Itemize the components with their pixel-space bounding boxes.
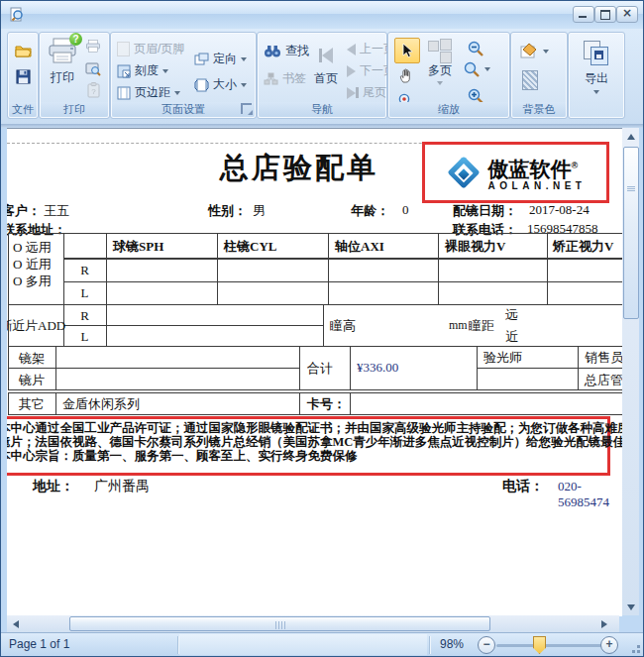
horizontal-scrollbar-thumb[interactable]: [69, 616, 490, 631]
fit-date-label: 配镜日期：: [453, 203, 517, 218]
page-setup-dialog-launcher[interactable]: [241, 103, 252, 114]
size-button[interactable]: 大小: [194, 76, 247, 93]
bookmark-button[interactable]: 书签: [264, 70, 306, 87]
page-indicator: Page 1 of 1: [9, 637, 69, 651]
quick-print-button[interactable]: [83, 37, 103, 56]
grid-line: [350, 346, 351, 390]
bookmark-label: 书签: [282, 70, 306, 87]
last-page-icon: [347, 87, 359, 99]
orientation-button[interactable]: 定向: [194, 51, 247, 67]
grid-line: [438, 233, 439, 304]
col-header-axi: 轴位AXI: [335, 238, 384, 256]
export-button[interactable]: 导出: [575, 38, 618, 113]
aolan-logo-icon: [446, 155, 482, 190]
col-header-sph: 球镜SPH: [113, 238, 163, 256]
background-color-button[interactable]: [519, 43, 549, 59]
ribbon-group-background: 背景色: [510, 32, 568, 119]
zoom-slider-thumb[interactable]: [533, 636, 546, 654]
scroll-up-button[interactable]: [622, 128, 639, 145]
multi-page-button[interactable]: 多页: [422, 39, 458, 100]
watermark-button[interactable]: [521, 70, 539, 90]
pd-label: 瞳距: [469, 317, 494, 335]
print-button-label: 打印: [51, 69, 74, 86]
chevron-down-icon: [241, 83, 247, 87]
watermark-icon: [522, 70, 538, 90]
grid-line: [328, 233, 329, 304]
title-bar[interactable]: ×: [1, 1, 643, 29]
cursor-arrow-icon: [400, 43, 415, 58]
notice-line-3: 本中心宗旨：质量第一、服务第一、顾客至上、实行终身免费保修: [7, 448, 358, 465]
grid-line: [578, 346, 579, 390]
margins-button[interactable]: 页边距: [117, 84, 180, 101]
arrow-down-icon: [627, 604, 635, 610]
contact-address-label: 联系地址：: [7, 222, 66, 237]
mm-label: mm: [449, 318, 468, 333]
export-icon: [584, 41, 609, 66]
find-button[interactable]: 查找: [264, 43, 309, 59]
ribbon-group-label-file: 文件: [9, 102, 37, 117]
open-file-button[interactable]: [11, 39, 35, 62]
chevron-down-icon: [484, 67, 490, 71]
pan-tool-button[interactable]: [394, 63, 418, 87]
save-button[interactable]: [11, 64, 35, 88]
customer-label: 客户：: [7, 203, 41, 218]
orientation-label: 定向: [213, 51, 237, 67]
manager-label: 总店管理员: [585, 372, 622, 389]
ribbon-group-navigation: 查找 书签 首页 上一页: [257, 32, 387, 119]
zoom-out-slider-button[interactable]: −: [478, 636, 495, 654]
select-tool-button[interactable]: [394, 38, 420, 63]
quick-print-icon: [85, 40, 101, 54]
copies-button[interactable]: ?: [83, 80, 103, 100]
row-label-l: L: [63, 285, 106, 301]
horizontal-scrollbar[interactable]: [7, 615, 619, 632]
frame-label: 镜架: [19, 350, 45, 368]
maximize-button[interactable]: [594, 6, 616, 23]
zoom-level-button[interactable]: [464, 61, 490, 77]
maximize-icon: [600, 10, 610, 20]
save-floppy-icon: [16, 69, 31, 84]
last-page-button[interactable]: 尾页: [347, 84, 386, 101]
help-badge-icon: ?: [69, 33, 82, 46]
grid-line: [350, 392, 351, 414]
zoom-slider-track[interactable]: [496, 644, 601, 647]
minimize-button[interactable]: [573, 6, 594, 23]
header-footer-button[interactable]: 页眉/页脚: [117, 41, 184, 57]
print-button[interactable]: ? 打印: [45, 37, 80, 100]
grid-line: [323, 304, 324, 346]
print-options-button[interactable]: [83, 58, 103, 78]
scale-button[interactable]: 刻度: [117, 62, 168, 79]
scroll-left-button[interactable]: [7, 615, 24, 632]
option-multi: O 多用: [13, 273, 52, 289]
print-options-icon: [85, 61, 101, 76]
ribbon-group-label-background: 背景色: [512, 102, 566, 117]
zoom-out-button[interactable]: [464, 37, 487, 60]
lens-label: 镜片: [19, 372, 45, 389]
zoom-in-slider-button[interactable]: +: [600, 636, 618, 654]
scroll-down-button[interactable]: [622, 599, 639, 615]
chevron-down-icon: [174, 91, 180, 95]
header-footer-label: 页眉/页脚: [134, 41, 184, 57]
vertical-scrollbar[interactable]: [622, 128, 639, 615]
option-near: O 近用: [13, 256, 52, 273]
col-header-cyl: 柱镜CYL: [224, 238, 276, 256]
scroll-right-button[interactable]: [595, 615, 612, 632]
orientation-icon: [194, 53, 209, 65]
zoom-percentage: 98%: [440, 637, 464, 651]
last-page-label: 尾页: [363, 84, 386, 101]
resize-grip[interactable]: [628, 641, 640, 653]
first-page-button[interactable]: 首页: [311, 41, 341, 98]
grid-line: [63, 281, 622, 282]
grid-line: [8, 346, 622, 347]
logo-brand: 傲蓝软件: [488, 158, 572, 180]
next-page-icon: [347, 65, 356, 77]
grid-line: [8, 392, 9, 414]
chevron-down-icon: [543, 50, 549, 54]
close-icon: ×: [617, 6, 637, 20]
contact-phone-value: 15698547858: [527, 221, 598, 237]
grid-line: [217, 233, 218, 304]
vertical-scrollbar-thumb[interactable]: [623, 147, 639, 319]
close-button[interactable]: ×: [616, 6, 638, 23]
ribbon-group-label-navigation: 导航: [259, 102, 385, 117]
thumb-grip: [627, 185, 635, 192]
document-preview[interactable]: 总店验配单 傲蓝软件: [7, 128, 622, 616]
